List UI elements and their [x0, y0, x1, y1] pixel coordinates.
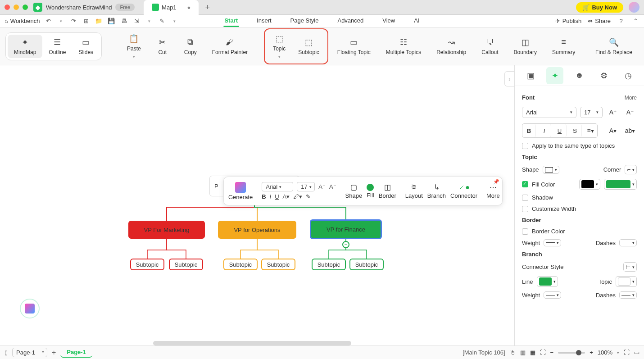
page-list-icon[interactable]: ▯ — [5, 349, 8, 356]
fillcolor-checkbox[interactable] — [522, 181, 528, 187]
italic-button[interactable]: I — [538, 124, 551, 137]
branch-weight-select[interactable]: ▾ — [544, 291, 561, 299]
tab-page-style[interactable]: Page Style — [290, 15, 320, 27]
fill-bg-select[interactable]: ▾ — [604, 179, 637, 190]
font-color-icon[interactable]: A▾ — [283, 193, 290, 200]
minimize-icon[interactable] — [14, 5, 19, 10]
tab-advanced[interactable]: Advanced — [336, 15, 364, 27]
collapse-panel-button[interactable]: › — [504, 71, 514, 86]
maximize-icon[interactable] — [23, 5, 28, 10]
subtopic-node[interactable]: Subtopic — [312, 259, 346, 270]
paste-button[interactable]: 📋Paste▾ — [121, 31, 147, 62]
node-vp-operations[interactable]: VP for Operations — [218, 221, 296, 239]
close-icon[interactable] — [5, 5, 10, 10]
node-vp-finance[interactable]: VP for Finance — [310, 219, 382, 239]
export-arrow-icon[interactable]: ▾ — [145, 17, 153, 25]
case-button[interactable]: ab▾ — [623, 124, 637, 137]
page-tab[interactable]: Page-1 — [60, 347, 92, 358]
help-icon[interactable]: ? — [617, 17, 625, 25]
pin-icon[interactable]: 📌 — [493, 179, 499, 185]
font-more-link[interactable]: More — [625, 95, 637, 101]
shape-button[interactable]: ▢Shape — [345, 183, 363, 199]
zoom-slider[interactable] — [558, 352, 585, 354]
cut-button[interactable]: ✂Cut — [150, 35, 175, 58]
relationship-button[interactable]: ↝Relationship — [430, 35, 472, 58]
topic-button[interactable]: ⬚Topic▾ — [267, 31, 292, 62]
highlight-icon[interactable]: 🖊▾ — [293, 193, 302, 200]
branch-dashes-select[interactable]: ▾ — [619, 291, 637, 299]
zoom-in-button[interactable]: + — [590, 349, 593, 356]
font-select[interactable]: Arial▾ — [262, 182, 293, 191]
custom-width-checkbox[interactable] — [522, 206, 528, 212]
tab-view[interactable]: View — [381, 15, 396, 27]
open-icon[interactable]: 📁 — [95, 17, 103, 25]
clear-format-icon[interactable]: ✎ — [306, 193, 311, 200]
connector-button[interactable]: ⟋●Connector — [450, 183, 477, 199]
bold-icon[interactable]: B — [262, 193, 266, 200]
align-button[interactable]: ≡▾ — [584, 124, 597, 137]
subtopic-node[interactable]: Subtopic — [349, 259, 384, 270]
font-increase-icon[interactable]: A⁺ — [606, 105, 620, 119]
export-icon[interactable]: ⇲ — [132, 17, 141, 25]
boundary-button[interactable]: ◫Boundary — [508, 35, 543, 58]
increase-font-icon[interactable]: A⁺ — [318, 183, 326, 190]
fill-fg-select[interactable]: ▾ — [579, 179, 600, 190]
page-select[interactable]: Page-1 — [12, 348, 47, 357]
border-dashes-select[interactable]: ▾ — [619, 239, 637, 246]
share-button[interactable]: ⇔Share — [588, 18, 611, 24]
bold-button[interactable]: B — [522, 124, 536, 137]
publish-button[interactable]: ✈Publish — [555, 18, 582, 24]
tab-start[interactable]: Start — [223, 15, 239, 27]
add-page-button[interactable]: + — [52, 349, 56, 357]
subtopic-node[interactable]: Subtopic — [169, 259, 203, 270]
multiple-topics-button[interactable]: ☷Multiple Topics — [380, 35, 427, 58]
strike-button[interactable]: S — [568, 124, 582, 137]
save-icon[interactable]: 💾 — [107, 17, 115, 25]
tab-insert[interactable]: Insert — [256, 15, 272, 27]
border-color-checkbox[interactable] — [522, 228, 528, 235]
new-icon[interactable]: ⊞ — [82, 17, 90, 25]
print-icon[interactable]: 🖶 — [120, 17, 128, 25]
mindmap-view-button[interactable]: ✦MindMap — [8, 35, 42, 58]
more-button[interactable]: ⋯More — [486, 183, 500, 199]
fill-button[interactable]: Fill — [367, 184, 374, 199]
layout2-icon[interactable]: ▦ — [530, 349, 535, 356]
font-size-select[interactable]: 17▾ — [580, 107, 603, 118]
add-subtopic-handle[interactable]: − — [342, 241, 349, 248]
more-arrow-icon[interactable]: ▾ — [170, 17, 178, 25]
edit-icon[interactable]: ✎ — [158, 17, 166, 25]
zoom-out-button[interactable]: − — [550, 349, 554, 356]
connector-style-select[interactable]: ⊢▾ — [623, 262, 637, 272]
floating-topic-button[interactable]: ▭Floating Topic — [331, 35, 377, 58]
find-replace-button[interactable]: 🔍Find & Replace — [589, 35, 639, 58]
slides-view-button[interactable]: ▭Slides — [72, 35, 100, 58]
collapse-ribbon-icon[interactable]: ⌃ — [631, 17, 639, 25]
horizontal-scrollbar[interactable] — [153, 341, 351, 345]
shadow-checkbox[interactable] — [522, 195, 528, 201]
tab-ai[interactable]: AI — [413, 15, 420, 27]
minimize-panel-icon[interactable]: ▭ — [634, 349, 639, 356]
undo-icon[interactable]: ↶ — [44, 17, 52, 25]
generate-button[interactable]: Generate — [228, 182, 253, 200]
corner-select[interactable]: ⌐▾ — [625, 165, 637, 174]
undo-arrow-icon[interactable]: ▾ — [57, 17, 65, 25]
font-color-button[interactable]: A▾ — [606, 124, 620, 137]
zoom-value[interactable]: 100% — [598, 349, 612, 356]
decrease-font-icon[interactable]: A⁻ — [329, 183, 336, 190]
ai-assistant-button[interactable] — [20, 299, 40, 318]
outline-view-button[interactable]: ☰Outline — [42, 35, 72, 58]
format-painter-button[interactable]: 🖌Format Painter — [206, 35, 254, 58]
buy-now-button[interactable]: 🛒 Buy Now — [576, 2, 623, 13]
new-tab-button[interactable]: + — [205, 3, 210, 12]
underline-button[interactable]: U — [553, 124, 567, 137]
shape-select[interactable]: ▾ — [543, 166, 559, 174]
underline-icon[interactable]: U — [275, 193, 279, 200]
fit-icon[interactable]: ⛶ — [540, 349, 546, 356]
node-vp-marketing[interactable]: VP For Marketing — [128, 221, 205, 239]
workbench-button[interactable]: ⌂ Workbench — [5, 18, 40, 24]
redo-icon[interactable]: ↷ — [69, 17, 77, 25]
apply-checkbox[interactable] — [522, 143, 528, 149]
line-color-select[interactable]: ▾ — [537, 276, 558, 287]
subtopic-node[interactable]: Subtopic — [130, 259, 164, 270]
subtopic-node[interactable]: Subtopic — [261, 259, 295, 270]
